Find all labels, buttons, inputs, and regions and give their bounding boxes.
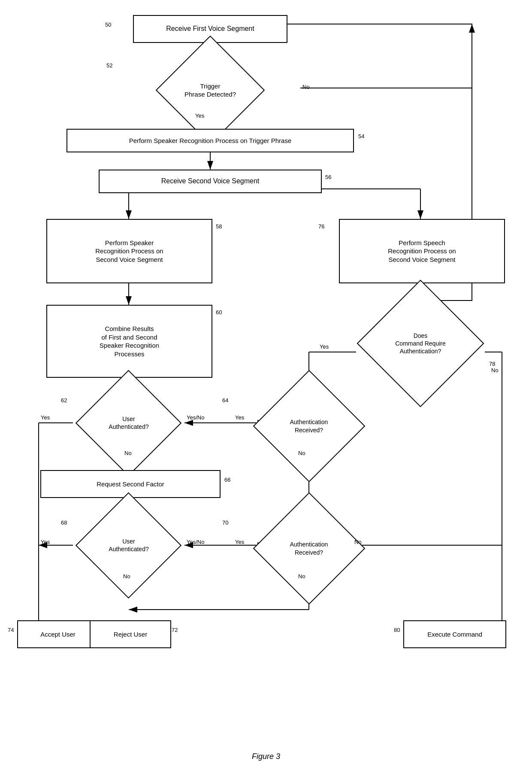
label-60: 60 xyxy=(216,309,222,316)
label-80: 80 xyxy=(394,627,400,633)
label-70: 70 xyxy=(222,519,228,526)
no-label-auth1: No xyxy=(124,450,132,456)
execute-command-box: Execute Command xyxy=(403,620,506,648)
perform-speaker-trigger-box: Perform Speaker Recognition Process on T… xyxy=(66,129,354,152)
label-62: 62 xyxy=(61,397,67,404)
yesno-label-auth2: Yes/No xyxy=(187,539,204,545)
combine-results-box: Combine Results of First and Second Spea… xyxy=(46,305,212,378)
user-auth2-diamond: User Authenticated? xyxy=(73,513,184,577)
label-64: 64 xyxy=(222,397,228,404)
yes-label-auth2: Yes xyxy=(41,539,50,545)
flowchart: Receive First Voice Segment 50 Trigger P… xyxy=(0,0,532,774)
no-label-authrcv2-right: No xyxy=(354,539,362,545)
yes-label-authrcv2: Yes xyxy=(235,539,244,545)
no-label-authrcv1: No xyxy=(298,450,305,456)
label-76: 76 xyxy=(318,223,324,230)
no-label-authrcv2-down: No xyxy=(298,573,305,580)
accept-user-box: Accept User xyxy=(17,620,99,648)
perform-speech-second-box: Perform Speech Recognition Process on Se… xyxy=(339,219,505,283)
yes-label-command: Yes xyxy=(320,343,329,350)
auth-received2-diamond: Authentication Received? xyxy=(238,513,380,584)
command-require-auth-diamond: Does Command Require Authentication? xyxy=(335,300,506,386)
yes-label-authrcv1: Yes xyxy=(235,414,244,421)
reject-user-box: Reject User xyxy=(90,620,171,648)
label-58: 58 xyxy=(216,223,222,230)
request-second-factor-box: Request Second Factor xyxy=(40,470,221,498)
perform-speaker-second-box: Perform Speaker Recognition Process on S… xyxy=(46,219,212,283)
no-label-trigger: No xyxy=(302,84,310,90)
no-label-auth2: No xyxy=(123,573,130,580)
label-66: 66 xyxy=(224,477,230,483)
label-54: 54 xyxy=(358,133,364,140)
label-74: 74 xyxy=(8,627,14,633)
auth-received1-diamond: Authentication Received? xyxy=(238,391,380,461)
yesno-label-auth1: Yes/No xyxy=(187,414,204,421)
label-52: 52 xyxy=(106,62,112,69)
figure-caption: Figure 3 xyxy=(0,752,532,761)
label-78: 78 xyxy=(489,361,495,367)
label-56: 56 xyxy=(325,174,331,180)
yes-label-auth1: Yes xyxy=(41,414,50,421)
label-72: 72 xyxy=(172,627,178,633)
receive-second-box: Receive Second Voice Segment xyxy=(99,170,322,193)
yes-label-trigger: Yes xyxy=(195,112,204,119)
user-auth1-diamond: User Authenticated? xyxy=(73,391,184,455)
label-68: 68 xyxy=(61,519,67,526)
trigger-detected-diamond: Trigger Phrase Detected? xyxy=(137,56,283,124)
no-label-command: No xyxy=(491,367,499,373)
label-50: 50 xyxy=(105,21,111,28)
